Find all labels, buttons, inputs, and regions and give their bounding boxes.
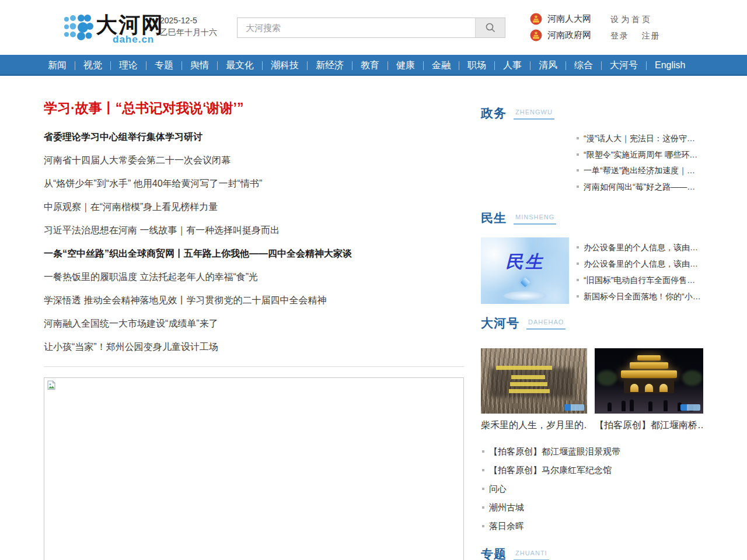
register-link[interactable]: 注册 [642, 31, 661, 40]
list-item[interactable]: 落日余晖 [482, 520, 698, 531]
nav-item[interactable]: 理论 [111, 60, 146, 72]
section-header-dahehao: 大河号 DAHEHAO [481, 315, 566, 331]
nav-item[interactable]: 教育 [352, 60, 388, 72]
headline-link[interactable]: 省委理论学习中心组举行集体学习研讨 [44, 131, 464, 144]
partner-link-label: 河南政府网 [547, 30, 591, 41]
bullet-icon [577, 246, 579, 249]
bullet-icon [482, 525, 484, 527]
partner-link-zhengfu[interactable]: 河南政府网 [530, 28, 591, 42]
section-title[interactable]: 民生 [481, 210, 507, 226]
partner-link-renda[interactable]: 河南人大网 [530, 12, 591, 26]
section-header-minsheng: 民生 MINSHENG [481, 210, 556, 226]
auth-links: 登录 注册 [610, 31, 661, 41]
section-pinyin: ZHENGWU [514, 108, 554, 120]
firewood-photo[interactable] [481, 348, 587, 414]
list-item[interactable]: “限塑令”实施近两周年 哪些环… [577, 149, 700, 160]
search-button[interactable] [475, 18, 505, 37]
photo-gate-shape [619, 355, 679, 393]
bullet-icon [482, 506, 484, 509]
photo-caption[interactable]: 柴禾里的人生，岁月里的… [481, 419, 587, 431]
bullet-icon [577, 137, 579, 139]
photo-person-silhouette [622, 401, 626, 411]
headline-link[interactable]: 让小孩“当家”！郑州公园变身儿童设计工场 [44, 341, 464, 354]
list-item[interactable]: 新国标今日全面落地！你的“小… [577, 291, 700, 302]
photo-person-silhouette [608, 402, 612, 411]
section-title[interactable]: 专题 [481, 546, 507, 560]
list-item[interactable]: 【拍客原创】都江堰蓝眼泪景观带 [482, 446, 698, 457]
headline-link[interactable]: 从“烙饼少年”到“水手” 他用40年给黄河写了一封“情书” [44, 177, 464, 190]
section-pinyin: DAHEHAO [526, 318, 566, 330]
section-title[interactable]: 大河号 [481, 315, 519, 331]
list-item[interactable]: 一单“帮送”跑出经济加速度｜… [577, 165, 700, 176]
headline-link[interactable]: 学深悟透 推动全会精神落地见效丨学习贯彻党的二十届四中全会精神 [44, 294, 464, 307]
top-story-headline[interactable]: 学习·故事丨“总书记对我说‘谢谢’” [44, 100, 464, 116]
section-header-zhuanti: 专题 ZHUANTI [481, 546, 549, 560]
night-bridge-photo[interactable] [595, 348, 703, 414]
section-pinyin: MINSHENG [514, 214, 556, 225]
bullet-icon [577, 153, 579, 156]
dahe-homepage: 大河网 dahe.cn 2025-12-5 乙巳年十月十六 河南人大网 河南政府… [0, 0, 747, 560]
headline-link[interactable]: 习近平法治思想在河南 一线故事｜有一种选择叫挺身而出 [44, 224, 464, 237]
photo-person-silhouette [664, 400, 668, 411]
nav-item[interactable]: 最文化 [218, 60, 262, 72]
section-title[interactable]: 政务 [481, 105, 507, 121]
nav-item[interactable]: 新经济 [308, 60, 352, 72]
bullet-icon [482, 488, 484, 490]
bullet-icon [577, 169, 579, 172]
nav-item[interactable]: 舆情 [182, 60, 217, 72]
nav-item[interactable]: 专题 [146, 60, 181, 72]
list-item[interactable]: 问心 [482, 483, 698, 494]
bullet-icon [577, 186, 579, 188]
search-icon [485, 22, 496, 33]
nav-item[interactable]: 金融 [424, 60, 459, 72]
list-item[interactable]: 【拍客原创】马尔康红军纪念馆 [482, 464, 698, 475]
list-item[interactable]: 办公设备里的个人信息，该由… [577, 242, 700, 253]
list-item[interactable]: “漫”话人大｜宪法日：这份守… [577, 133, 700, 144]
nav-item[interactable]: 人事 [495, 60, 530, 72]
nav-item[interactable]: 健康 [388, 60, 423, 72]
photo-person-silhouette [630, 400, 634, 411]
bullet-icon [482, 469, 484, 471]
bullet-icon [577, 279, 579, 281]
headline-link[interactable]: 一条“空中丝路”织出全球商贸网丨五年路上你我他——四中全会精神大家谈 [44, 247, 464, 260]
nav-item-english[interactable]: English [647, 60, 693, 71]
date-lunar: 乙巳年十月十六 [160, 27, 217, 38]
headline-link[interactable]: 河南融入全国统一大市场建设“成绩单”来了 [44, 317, 464, 330]
minsheng-promo-image[interactable]: 民生 [481, 237, 569, 304]
bullet-icon [482, 450, 484, 453]
photo-tree-shape [597, 370, 617, 386]
list-item[interactable]: 办公设备里的个人信息，该由… [577, 258, 700, 269]
photo-tree-shape [682, 370, 702, 386]
headline-link[interactable]: 中原观察｜在“河南楷模”身上看见榜样力量 [44, 201, 464, 214]
headline-link[interactable]: 河南省十四届人大常委会第二十一次会议闭幕 [44, 154, 464, 167]
broken-image-icon [47, 380, 57, 390]
photo-text-overlay [511, 375, 545, 379]
nav-item[interactable]: 清风 [530, 60, 566, 72]
watermark-badge [564, 404, 584, 411]
photo-person-silhouette [648, 401, 652, 411]
headline-link[interactable]: 一餐热饭里的履职温度 立法托起老年人的幸福“食”光 [44, 271, 464, 284]
photo-caption[interactable]: 【拍客原创】都江堰南桥… [595, 419, 703, 431]
section-header-zhengwu: 政务 ZHENGWU [481, 105, 554, 121]
nav-item[interactable]: 视觉 [75, 60, 110, 72]
set-home-link[interactable]: 设为首页 [610, 15, 652, 25]
nav-item[interactable]: 新闻 [40, 60, 75, 72]
pedestal-shape [504, 291, 547, 300]
dahe-dots-logo-icon[interactable] [63, 13, 95, 44]
list-item[interactable]: 河南如何闯出“莓”好之路——… [577, 181, 700, 192]
watermark-badge [680, 404, 700, 411]
nav-item[interactable]: 潮科技 [263, 60, 307, 72]
section-pinyin: ZHUANTI [514, 550, 549, 560]
nav-item[interactable]: 综合 [566, 60, 601, 72]
nav-item[interactable]: 职场 [459, 60, 494, 72]
nav-item[interactable]: 大河号 [602, 60, 646, 72]
list-item[interactable]: “旧国标”电动自行车全面停售… [577, 275, 700, 285]
login-link[interactable]: 登录 [610, 31, 629, 40]
minsheng-image-text: 民生 [481, 250, 569, 274]
partner-link-label: 河南人大网 [547, 13, 591, 24]
photo-text-overlay [510, 382, 547, 386]
search-box [237, 18, 505, 38]
photo-text-overlay [496, 366, 552, 370]
search-input[interactable] [238, 18, 505, 37]
list-item[interactable]: 潮州古城 [482, 502, 698, 513]
